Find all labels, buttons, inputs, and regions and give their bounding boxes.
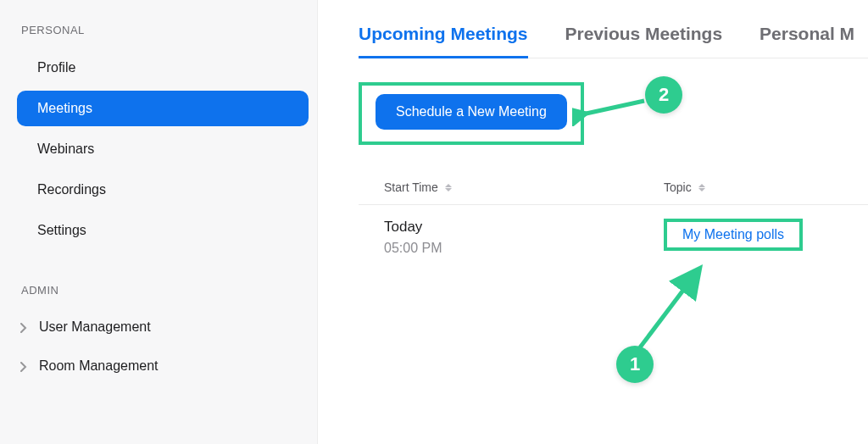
sidebar-item-webinars[interactable]: Webinars [17,131,309,167]
schedule-meeting-button[interactable]: Schedule a New Meeting [376,94,567,130]
sidebar-item-label: Webinars [37,142,94,157]
sidebar-item-meetings[interactable]: Meetings [17,91,309,126]
annotation-step-1: 1 [616,346,654,383]
meeting-topic-link[interactable]: My Meeting polls [682,227,784,241]
sidebar: PERSONAL Profile Meetings Webinars Recor… [0,0,318,444]
column-label: Topic [664,180,692,194]
sidebar-item-settings[interactable]: Settings [17,213,309,248]
sidebar-item-label: Recordings [37,182,106,197]
sidebar-item-room-management[interactable]: Room Management [17,349,309,383]
svg-line-0 [582,101,644,114]
column-header-start-time[interactable]: Start Time [384,180,664,194]
sidebar-item-label: Settings [37,223,86,238]
column-header-topic[interactable]: Topic [664,180,705,194]
sidebar-item-label: Meetings [37,101,92,116]
table-row: Today 05:00 PM My Meeting polls [359,205,868,256]
tab-personal[interactable]: Personal M [760,19,854,58]
cell-start-time: Today 05:00 PM [384,219,664,256]
tab-previous[interactable]: Previous Meetings [565,19,723,58]
sidebar-item-label: User Management [39,319,151,335]
meeting-time: 05:00 PM [384,241,664,256]
annotation-step-2: 2 [645,76,682,114]
meeting-day: Today [384,219,664,236]
svg-line-1 [640,271,698,347]
chevron-right-icon [20,323,29,331]
sort-icon [445,184,452,191]
chevron-right-icon [20,362,29,370]
sidebar-section-admin: ADMIN [17,284,309,297]
tab-upcoming[interactable]: Upcoming Meetings [359,19,528,58]
main-content: Upcoming Meetings Previous Meetings Pers… [318,0,868,444]
sidebar-item-profile[interactable]: Profile [17,50,309,86]
meetings-table-header: Start Time Topic [359,180,868,205]
sidebar-item-recordings[interactable]: Recordings [17,172,309,208]
sidebar-item-label: Room Management [39,358,159,374]
annotation-box-schedule: Schedule a New Meeting [359,82,584,145]
cell-topic: My Meeting polls [664,219,803,256]
annotation-arrow-1 [623,263,725,356]
sidebar-item-label: Profile [37,60,75,75]
sidebar-section-personal: PERSONAL [17,24,309,36]
meetings-tabs: Upcoming Meetings Previous Meetings Pers… [359,19,868,58]
annotation-box-topic: My Meeting polls [664,219,803,251]
sort-icon [698,184,705,191]
sidebar-item-user-management[interactable]: User Management [17,310,309,344]
column-label: Start Time [384,180,438,194]
